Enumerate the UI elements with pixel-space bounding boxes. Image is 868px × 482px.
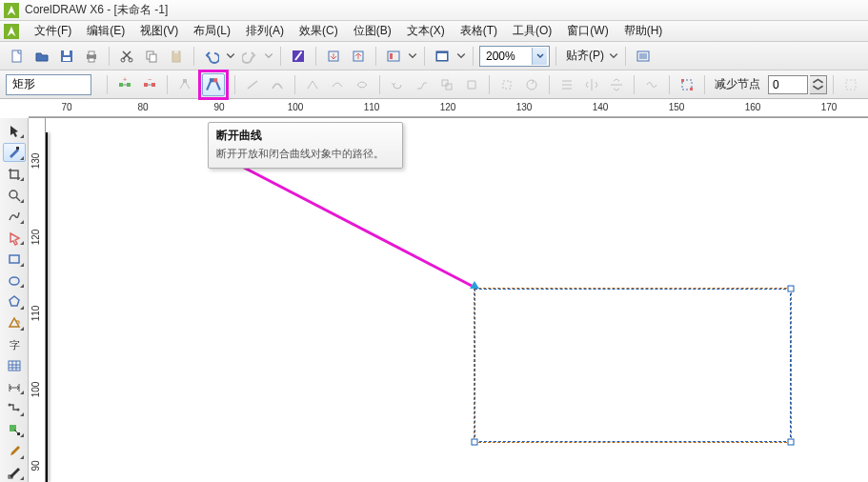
symmetric-button[interactable] (351, 73, 373, 96)
rectangle-object[interactable] (474, 288, 792, 443)
undo-button[interactable] (200, 45, 223, 68)
app-menu-icon[interactable] (4, 24, 19, 39)
copy-button[interactable] (140, 45, 163, 68)
zoom-combo[interactable]: 200% (479, 46, 550, 67)
text-tool[interactable]: 字 (3, 335, 26, 353)
zoom-tool[interactable] (3, 186, 26, 204)
menu-file[interactable]: 文件(F) (27, 21, 79, 41)
menu-layout[interactable]: 布局(L) (186, 21, 238, 41)
undo-dropdown[interactable] (225, 45, 236, 68)
bounding-box-button[interactable] (839, 73, 862, 96)
smart-fill-tool[interactable] (3, 229, 26, 247)
paste-button[interactable] (165, 45, 188, 68)
interactive-tool[interactable] (3, 421, 26, 439)
ruler-tick-label: 70 (61, 102, 71, 112)
menu-table[interactable]: 表格(T) (453, 21, 505, 41)
options-button[interactable] (632, 45, 655, 68)
ruler-tick-label: 140 (593, 102, 609, 112)
snap-label[interactable]: 贴齐(P) (566, 48, 604, 64)
chevron-down-icon[interactable] (532, 48, 547, 65)
print-button[interactable] (80, 45, 103, 68)
new-button[interactable] (6, 45, 29, 68)
dimension-tool[interactable] (3, 378, 26, 396)
cusp-button[interactable] (301, 73, 324, 96)
menu-help[interactable]: 帮助(H) (616, 21, 671, 41)
close-curve-button[interactable] (460, 73, 483, 96)
elastic-button[interactable] (640, 73, 663, 96)
export-button[interactable] (347, 45, 370, 68)
svg-rect-30 (213, 78, 217, 82)
rotate-button[interactable] (520, 73, 543, 96)
publish-pdf-button[interactable] (382, 45, 405, 68)
reduce-nodes-input[interactable]: 0 (768, 75, 808, 94)
svg-rect-40 (16, 147, 19, 150)
pick-tool[interactable] (3, 122, 26, 140)
redo-button[interactable] (238, 45, 261, 68)
shape-tool[interactable] (3, 143, 26, 161)
separator (669, 75, 670, 94)
svg-point-14 (300, 51, 302, 53)
node-bottom-left[interactable] (472, 439, 478, 446)
fullscreen-button[interactable] (431, 45, 454, 68)
canvas[interactable] (46, 118, 868, 482)
menu-window[interactable]: 窗口(W) (559, 21, 616, 41)
svg-point-34 (527, 80, 536, 90)
fullscreen-dropdown[interactable] (455, 45, 467, 68)
crop-tool[interactable] (3, 165, 26, 183)
menu-bitmaps[interactable]: 位图(B) (346, 21, 399, 41)
add-node-button[interactable]: + (113, 73, 136, 96)
rectangle-tool[interactable] (3, 250, 26, 268)
basic-shapes-tool[interactable] (3, 314, 26, 332)
select-all-button[interactable] (676, 73, 698, 96)
cut-button[interactable] (115, 45, 138, 68)
start-node-icon[interactable] (470, 281, 479, 289)
node-top-right[interactable] (788, 286, 795, 292)
menu-edit[interactable]: 编辑(E) (79, 21, 132, 41)
open-button[interactable] (30, 45, 53, 68)
svg-rect-28 (183, 79, 187, 83)
to-curve-button[interactable] (266, 73, 289, 96)
ruler-tick-label: 170 (821, 102, 838, 112)
reflect-h-button[interactable] (580, 73, 603, 96)
menu-arrange[interactable]: 排列(A) (238, 21, 292, 41)
freehand-tool[interactable] (3, 208, 26, 226)
delete-node-button[interactable]: − (138, 73, 161, 96)
svg-rect-23 (127, 83, 131, 87)
save-button[interactable] (55, 45, 78, 68)
redo-dropdown[interactable] (263, 45, 274, 68)
separator (549, 75, 550, 94)
break-curve-button[interactable] (202, 73, 225, 96)
menu-view[interactable]: 视图(V) (132, 21, 186, 41)
reverse-button[interactable] (386, 73, 409, 96)
toolbox: 字 (0, 118, 29, 482)
table-tool[interactable] (3, 356, 26, 374)
menu-text[interactable]: 文本(X) (399, 21, 453, 41)
to-line-button[interactable] (241, 73, 264, 96)
outline-tool[interactable] (3, 464, 26, 482)
smooth-button[interactable] (326, 73, 349, 96)
snap-dropdown[interactable] (608, 45, 619, 68)
extract-button[interactable] (435, 73, 458, 96)
menu-tools[interactable]: 工具(O) (505, 21, 559, 41)
connector-tool[interactable] (3, 399, 26, 417)
extend-button[interactable] (411, 73, 434, 96)
separator (193, 47, 194, 66)
stretch-button[interactable] (495, 73, 518, 96)
publish-dropdown[interactable] (407, 45, 418, 68)
align-button[interactable] (555, 73, 578, 96)
polygon-tool[interactable] (3, 292, 26, 311)
node-bottom-right[interactable] (788, 439, 795, 446)
ruler-tick-label: 130 (30, 153, 41, 170)
reflect-v-button[interactable] (605, 73, 628, 96)
eyedropper-tool[interactable] (3, 442, 26, 460)
separator (424, 47, 425, 66)
menu-effects[interactable]: 效果(C) (292, 21, 346, 41)
shape-type-combo[interactable]: 矩形 (6, 74, 91, 95)
import-button[interactable] (322, 45, 345, 68)
svg-rect-18 (390, 53, 393, 59)
svg-point-47 (16, 408, 19, 411)
reduce-nodes-spinner[interactable] (810, 75, 827, 94)
join-nodes-button[interactable] (173, 73, 196, 96)
ellipse-tool[interactable] (3, 271, 26, 290)
search-button[interactable] (287, 45, 310, 68)
